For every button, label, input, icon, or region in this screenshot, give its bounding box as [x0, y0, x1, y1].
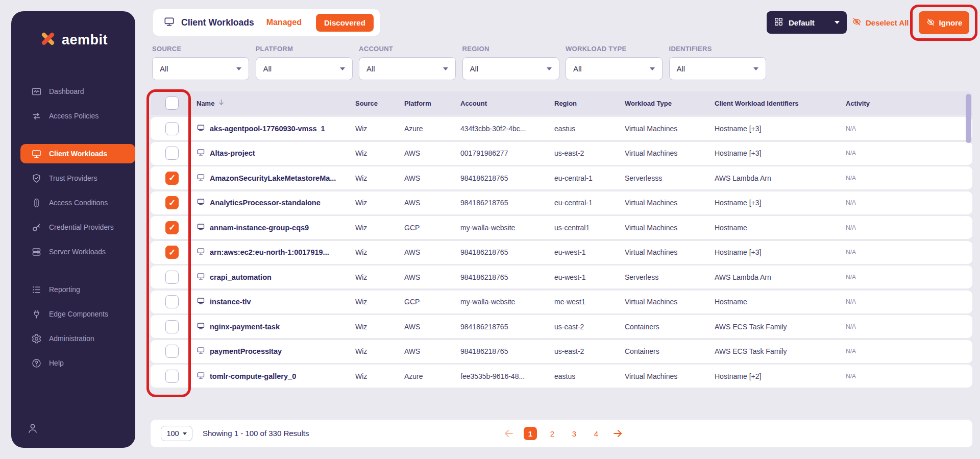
filter-platform-select[interactable]: All: [256, 57, 353, 80]
row-name: AnalyticsProcessor-standalone: [210, 199, 321, 207]
row-region: us-east-2: [554, 149, 625, 157]
row-checkbox[interactable]: [165, 172, 179, 185]
table-row[interactable]: instance-tlv Wiz GCP my-walla-website me…: [151, 291, 972, 313]
table-row[interactable]: AnalyticsProcessor-standalone Wiz AWS 98…: [151, 191, 972, 214]
filter-platform: PLATFORM All: [256, 45, 353, 80]
table-row[interactable]: aks-agentpool-17760930-vmss_1 Wiz Azure …: [151, 117, 972, 140]
sidebar-item-access-conditions[interactable]: Access Conditions: [20, 193, 135, 212]
row-source: Wiz: [355, 273, 404, 281]
sidebar-item-server-workloads[interactable]: Server Workloads: [20, 242, 135, 261]
table-scrollbar[interactable]: [966, 94, 971, 143]
row-name: annam-instance-group-cqs9: [210, 224, 309, 232]
user-avatar-icon[interactable]: [27, 422, 39, 434]
row-checkbox[interactable]: [165, 221, 179, 234]
table-row[interactable]: crapi_automation Wiz AWS 984186218765 eu…: [151, 265, 972, 288]
column-identifiers[interactable]: Client Workload Identifiers: [715, 100, 846, 107]
row-checkbox[interactable]: [165, 345, 179, 358]
table-row[interactable]: AmazonSecurityLakeMetastoreMa... Wiz AWS…: [151, 166, 972, 189]
row-activity: N/A: [846, 199, 972, 206]
page: aembit Dashboard Access Policies Client …: [0, 0, 980, 459]
sidebar-item-reporting[interactable]: Reporting: [20, 280, 135, 299]
sidebar-item-access-policies[interactable]: Access Policies: [20, 106, 135, 126]
filter-identifiers-select[interactable]: All: [669, 57, 766, 80]
row-checkbox[interactable]: [165, 122, 179, 135]
row-platform: AWS: [404, 273, 460, 281]
table-row[interactable]: Altas-project Wiz AWS 001791986277 us-ea…: [151, 142, 972, 165]
deselect-all-label: Deselect All: [866, 18, 909, 27]
row-source: Wiz: [355, 372, 404, 380]
table-row[interactable]: annam-instance-group-cqs9 Wiz GCP my-wal…: [151, 216, 972, 239]
row-checkbox[interactable]: [165, 246, 179, 259]
sidebar-item-dashboard[interactable]: Dashboard: [20, 82, 135, 101]
chevron-down-icon: [183, 432, 187, 435]
prev-page-button[interactable]: [503, 427, 515, 440]
view-selector-dropdown[interactable]: Default: [767, 11, 847, 34]
table-row[interactable]: tomlr-compute-gallery_0 Wiz Azure fee353…: [151, 365, 972, 388]
filter-source-select[interactable]: All: [152, 57, 249, 80]
sidebar-item-administration[interactable]: Administration: [20, 329, 135, 348]
column-account[interactable]: Account: [460, 100, 554, 107]
row-checkbox[interactable]: [165, 370, 179, 383]
monitor-icon: [197, 346, 205, 356]
column-source[interactable]: Source: [355, 100, 404, 107]
column-region[interactable]: Region: [554, 100, 625, 107]
row-platform: AWS: [404, 174, 460, 182]
column-platform[interactable]: Platform: [404, 100, 460, 107]
row-source: Wiz: [355, 323, 404, 331]
row-checkbox[interactable]: [165, 271, 179, 284]
sidebar-item-client-workloads[interactable]: Client Workloads: [20, 144, 135, 163]
row-identifiers: Hostname [+3]: [715, 125, 846, 133]
row-name: tomlr-compute-gallery_0: [210, 372, 296, 380]
table-row[interactable]: paymentProcessItay Wiz AWS 984186218765 …: [151, 340, 972, 363]
filter-workload-type: WORKLOAD TYPE All: [566, 45, 663, 80]
row-checkbox[interactable]: [165, 147, 179, 160]
monitor-icon: [197, 198, 205, 208]
tab-managed[interactable]: Managed: [266, 18, 302, 27]
chevron-down-icon: [236, 67, 241, 70]
filter-region-select[interactable]: All: [462, 57, 559, 80]
logo-x-icon: [39, 30, 57, 50]
pager: 1234: [503, 420, 624, 447]
row-region: us-central1: [554, 224, 625, 232]
row-identifiers: AWS ECS Task Family: [715, 323, 846, 331]
row-activity: N/A: [846, 224, 972, 231]
sidebar-item-edge-components[interactable]: Edge Components: [20, 304, 135, 324]
monitor-icon: [197, 124, 205, 134]
table-row[interactable]: nginx-payment-task Wiz AWS 984186218765 …: [151, 315, 972, 338]
row-platform: GCP: [404, 224, 460, 232]
ignore-button[interactable]: Ignore: [919, 11, 969, 34]
page-button-3[interactable]: 3: [568, 427, 581, 440]
filter-workload-type-select[interactable]: All: [566, 57, 663, 80]
aembit-logo: aembit: [11, 30, 135, 50]
column-activity[interactable]: Activity: [846, 100, 972, 107]
filter-region: REGION All: [462, 45, 559, 80]
row-activity: N/A: [846, 274, 972, 281]
sidebar-item-credential-providers[interactable]: Credential Providers: [20, 218, 135, 237]
row-activity: N/A: [846, 249, 972, 256]
select-all-checkbox[interactable]: [165, 96, 179, 110]
next-page-button[interactable]: [611, 427, 624, 440]
row-name: Altas-project: [210, 149, 255, 157]
row-checkbox[interactable]: [165, 196, 179, 209]
column-workload-type[interactable]: Workload Type: [625, 100, 715, 107]
filter-account-select[interactable]: All: [359, 57, 456, 80]
row-workload-type: Serverlesss: [625, 174, 715, 182]
tab-discovered[interactable]: Discovered: [316, 14, 374, 32]
sidebar-item-help[interactable]: Help: [20, 353, 135, 373]
page-button-2[interactable]: 2: [546, 427, 559, 440]
row-name: crapi_automation: [210, 273, 272, 281]
page-button-1[interactable]: 1: [524, 427, 537, 440]
page-size-select[interactable]: 100: [161, 426, 192, 441]
sort-desc-icon[interactable]: [217, 99, 225, 108]
table-row[interactable]: arn:aws:ec2:eu-north-1:0017919... Wiz AW…: [151, 241, 972, 264]
deselect-all-button[interactable]: Deselect All: [851, 11, 909, 34]
monitor-icon: [197, 148, 205, 158]
column-name[interactable]: Name: [197, 100, 214, 107]
results-summary: Showing 1 - 100 of 330 Results: [203, 420, 309, 447]
row-checkbox[interactable]: [165, 320, 179, 333]
sidebar-item-trust-providers[interactable]: Trust Providers: [20, 168, 135, 188]
page-button-4[interactable]: 4: [590, 427, 603, 440]
edge-components-icon: [31, 308, 42, 320]
row-checkbox[interactable]: [165, 295, 179, 308]
filter-region-label: REGION: [462, 45, 559, 53]
